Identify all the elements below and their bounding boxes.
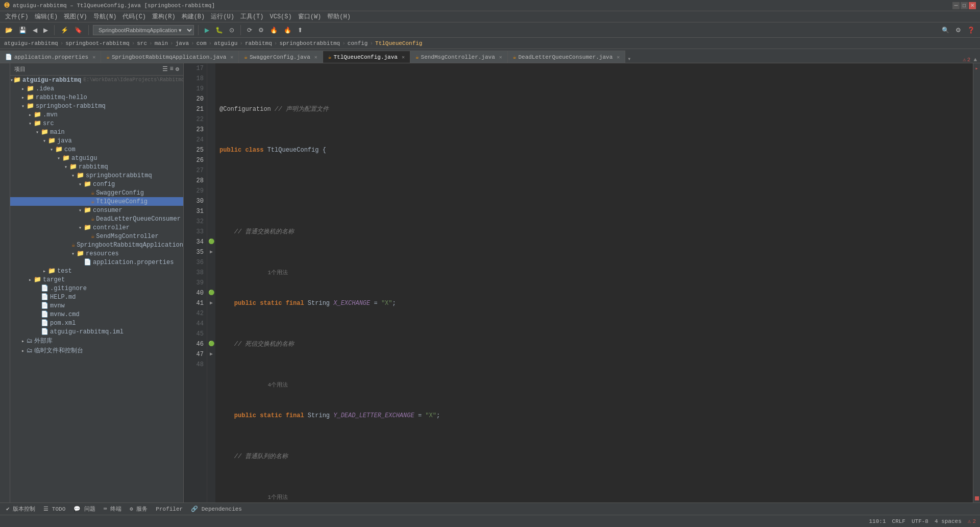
tree-item-resources[interactable]: ▾ 📁 resources — [10, 249, 183, 258]
tab-swagger-config[interactable]: ☕ SwaggerConfig.java ✕ — [239, 51, 323, 63]
toolbar-nav-button[interactable]: ⚡ — [59, 26, 70, 35]
tree-item-pom[interactable]: ▸ 📄 pom.xml — [10, 319, 183, 327]
breadcrumb-java[interactable]: java — [176, 40, 189, 46]
minimize-button[interactable]: ─ — [952, 2, 960, 9]
tab-dead-letter-consumer[interactable]: ☕ DeadLetterQueueConsumer.java ✕ — [508, 51, 626, 63]
tab-close[interactable]: ✕ — [499, 54, 502, 60]
breadcrumb-rabbitmq[interactable]: rabbitmq — [245, 40, 272, 46]
tab-close[interactable]: ✕ — [314, 54, 317, 60]
help-button[interactable]: ❓ — [965, 26, 977, 35]
status-position[interactable]: 110:1 — [869, 518, 886, 524]
tree-item-idea[interactable]: ▸ 📁 .idea — [10, 84, 183, 93]
tab-ttl-queue-config[interactable]: ☕ TtlQueueConfig.java ✕ — [323, 51, 410, 63]
more-tabs-button[interactable]: ▾ — [625, 55, 633, 63]
bean-gutter-icon-34[interactable]: 🟢 — [207, 237, 215, 247]
toolbar-back-button[interactable]: ◀ — [31, 26, 39, 35]
tree-item-target[interactable]: ▸ 📁 target — [10, 275, 183, 284]
tree-item-src[interactable]: ▾ 📁 src — [10, 119, 183, 128]
tree-item-config[interactable]: ▾ 📁 config — [10, 180, 183, 188]
menu-build[interactable]: 构建(B) — [179, 11, 208, 22]
toolbar-extra-4[interactable]: 🔥 — [282, 26, 293, 35]
menu-window[interactable]: 窗口(W) — [295, 11, 325, 22]
menu-file[interactable]: 文件(F) — [2, 11, 32, 22]
tab-close[interactable]: ✕ — [402, 54, 405, 60]
tab-version-control[interactable]: ✔ 版本控制 — [2, 504, 39, 514]
status-warnings[interactable]: ⚠ 2 — [968, 518, 976, 524]
breadcrumb-ttlqueueconfig[interactable]: TtlQueueConfig — [375, 40, 422, 46]
coverage-button[interactable]: ⊙ — [227, 26, 236, 35]
search-everywhere-button[interactable]: 🔍 — [940, 26, 951, 35]
sidebar-icon-close[interactable]: ⚙ — [176, 65, 179, 73]
tree-item-application-properties[interactable]: ▸ 📄 application.properties — [10, 258, 183, 267]
tab-application-properties[interactable]: 📄 application.properties ✕ — [0, 51, 101, 63]
menu-help[interactable]: 帮助(H) — [324, 11, 354, 22]
tree-item-root[interactable]: ▾ 📁 atguigu-rabbitmq E:\WorkData\IdeaPro… — [10, 76, 183, 84]
breadcrumb-atguigu-rabbitmq[interactable]: atguigu-rabbitmq — [4, 40, 58, 46]
toolbar-save-button[interactable]: 💾 — [17, 26, 29, 35]
menu-edit[interactable]: 编辑(E) — [32, 11, 61, 22]
run-gutter-icon-35[interactable]: ▶ — [207, 247, 215, 257]
tree-item-mvnw[interactable]: ▸ 📄 mvnw — [10, 301, 183, 310]
tree-item-iml[interactable]: ▸ 📄 atguigu-rabbitmq.iml — [10, 327, 183, 336]
tab-dependencies[interactable]: 🔗 Dependencies — [187, 505, 246, 513]
tab-send-msg-controller[interactable]: ☕ SendMsgController.java ✕ — [410, 51, 508, 63]
code-editor[interactable]: 17 18 19 20 21 22 23 24 25 26 27 28 29 3… — [184, 63, 980, 502]
tab-terminal[interactable]: ⌨ 终端 — [100, 504, 126, 514]
maximize-button[interactable]: □ — [961, 2, 968, 9]
tree-item-springbootrabbitmq[interactable]: ▾ 📁 springbootrabbitmq — [10, 171, 183, 180]
status-encoding[interactable]: UTF-8 — [912, 518, 928, 524]
toolbar-extra-5[interactable]: ⬆ — [296, 26, 305, 35]
toolbar-forward-button[interactable]: ▶ — [41, 26, 50, 35]
tree-item-main[interactable]: ▾ 📁 main — [10, 128, 183, 136]
breadcrumb-config[interactable]: config — [348, 40, 368, 46]
collapse-editor-button[interactable]: ▲ — [973, 57, 977, 63]
left-icon-structure[interactable]: 结构 — [1, 65, 10, 69]
tree-item-mvn[interactable]: ▸ 📁 .mvn — [10, 110, 183, 119]
tree-item-send-msg-controller[interactable]: ▸ ☕ SendMsgController — [10, 232, 183, 241]
tab-springboot-app[interactable]: ☕ SpringbootRabbitmqApplication.java ✕ — [101, 51, 239, 63]
breadcrumb-atguigu[interactable]: atguigu — [214, 40, 237, 46]
menu-view[interactable]: 视图(V) — [61, 11, 90, 22]
settings-button[interactable]: ⚙ — [953, 26, 963, 35]
bean-gutter-icon-46[interactable]: 🟢 — [207, 339, 215, 349]
menu-refactor[interactable]: 重构(R) — [149, 11, 179, 22]
breadcrumb-com[interactable]: com — [197, 40, 207, 46]
run-gutter-icon-41[interactable]: ▶ — [207, 298, 215, 308]
menu-vcs[interactable]: VCS(S) — [266, 12, 295, 21]
debug-button[interactable]: 🐛 — [213, 26, 225, 35]
menu-navigate[interactable]: 导航(N) — [90, 11, 120, 22]
tree-item-swagger-config[interactable]: ▸ ☕ SwaggerConfig — [10, 188, 183, 197]
tree-item-gitignore[interactable]: ▸ 📄 .gitignore — [10, 284, 183, 293]
code-editor-content[interactable]: @Configuration // 声明为配置文件 public class T… — [215, 63, 973, 502]
breadcrumb-springboot-rabbitmq[interactable]: springboot-rabbitmq — [65, 40, 129, 46]
tab-close[interactable]: ✕ — [230, 54, 233, 60]
breadcrumb-main[interactable]: main — [155, 40, 168, 46]
sidebar-icon-settings[interactable]: ≡ — [170, 65, 174, 73]
tree-item-help-md[interactable]: ▸ 📄 HELP.md — [10, 293, 183, 301]
tree-item-java[interactable]: ▾ 📁 java — [10, 136, 183, 145]
tab-problems[interactable]: 💬 问题 — [69, 504, 100, 514]
run-config-dropdown[interactable]: SpringbootRabbitmqApplication ▾ — [93, 25, 194, 35]
toolbar-bookmark-button[interactable]: 🔖 — [72, 26, 84, 35]
tab-todo[interactable]: ☰ TODO — [39, 505, 69, 513]
tree-item-external-libs[interactable]: ▸ 🗂 外部库 — [10, 336, 183, 346]
tree-item-springboot-rabbitmq[interactable]: ▾ 📁 springboot-rabbitmq — [10, 102, 183, 110]
tree-item-springboot-app[interactable]: ▸ ☕ SpringbootRabbitmqApplication — [10, 241, 183, 249]
menu-run[interactable]: 运行(U) — [208, 11, 237, 22]
toolbar-extra-1[interactable]: ⟳ — [245, 26, 254, 35]
tree-item-temp[interactable]: ▸ 🗂 临时文件和控制台 — [10, 346, 183, 355]
tree-item-test[interactable]: ▸ 📁 test — [10, 267, 183, 275]
breadcrumb-src[interactable]: src — [137, 40, 147, 46]
bean-gutter-icon-40[interactable]: 🟢 — [207, 288, 215, 298]
tree-item-dead-letter-consumer[interactable]: ▸ ☕ DeadLetterQueueConsumer — [10, 214, 183, 223]
tree-item-com[interactable]: ▾ 📁 com — [10, 145, 183, 154]
tab-profiler[interactable]: Profiler — [152, 505, 187, 513]
close-button[interactable]: ✕ — [969, 2, 976, 9]
toolbar-extra-2[interactable]: ⚙ — [256, 26, 266, 35]
status-line-ending[interactable]: CRLF — [892, 518, 905, 524]
sidebar-icon-sort[interactable]: ☰ — [162, 65, 168, 73]
menu-tools[interactable]: 工具(T) — [237, 11, 267, 22]
status-indent[interactable]: 4 spaces — [935, 518, 962, 524]
menu-code[interactable]: 代码(C) — [119, 11, 149, 22]
tree-item-rabbitmq[interactable]: ▾ 📁 rabbitmq — [10, 162, 183, 171]
